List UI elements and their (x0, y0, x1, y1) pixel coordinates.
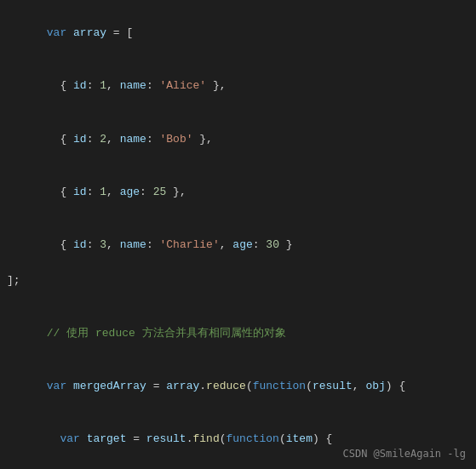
line-3: { id: 2, name: 'Bob' }, (0, 113, 476, 166)
line-2: { id: 1, name: 'Alice' }, (0, 60, 476, 112)
id-array: array (73, 26, 106, 39)
empty-line-1 (0, 290, 476, 307)
watermark: CSDN @SmileAgain -lg (343, 446, 467, 462)
code-container: var array = [ { id: 1, name: 'Alice' }, … (0, 0, 476, 469)
line-4: { id: 1, age: 25 }, (0, 166, 476, 219)
comment-text: // 使用 reduce 方法合并具有相同属性的对象 (47, 327, 286, 340)
line-5: { id: 3, name: 'Charlie', age: 30 } (0, 220, 476, 272)
line-8: // 使用 reduce 方法合并具有相同属性的对象 (0, 307, 476, 360)
kw-var: var (47, 26, 66, 39)
line-1: var array = [ (0, 7, 476, 60)
line-9: var mergedArray = array.reduce(function(… (0, 360, 476, 413)
line-6: ]; (0, 272, 476, 290)
